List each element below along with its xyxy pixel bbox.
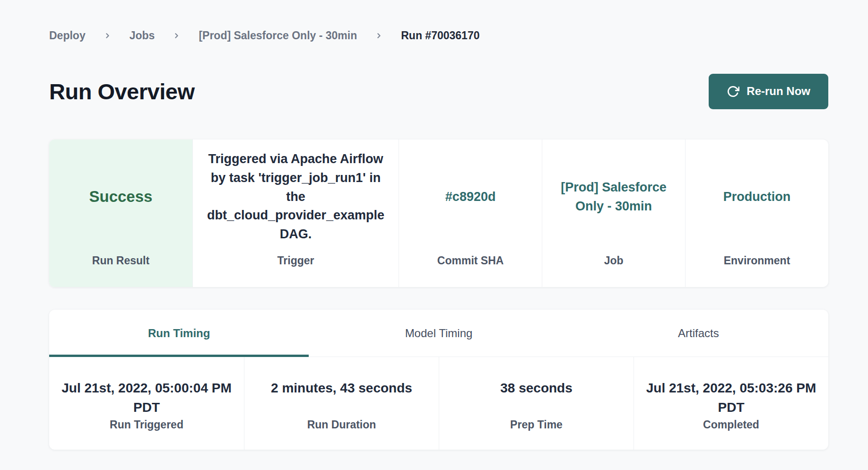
job-label: Job <box>604 254 624 287</box>
prep-time-value: 38 seconds <box>450 379 623 418</box>
breadcrumb: Deploy Jobs [Prod] Salesforce Only - 30m… <box>49 0 828 42</box>
breadcrumb-item-jobs[interactable]: Jobs <box>130 29 155 42</box>
trigger-cell: Triggered via Apache Airflow by task 'tr… <box>192 139 399 287</box>
environment-cell: Production Environment <box>685 139 828 287</box>
run-duration-value: 2 minutes, 43 seconds <box>255 379 428 418</box>
run-timing-panel: Jul 21st, 2022, 05:00:04 PM PDT Run Trig… <box>49 357 828 450</box>
commit-sha-link[interactable]: #c8920d <box>445 139 496 254</box>
tab-artifacts[interactable]: Artifacts <box>569 310 828 357</box>
chevron-right-icon <box>375 32 383 40</box>
tab-model-timing[interactable]: Model Timing <box>309 310 568 357</box>
breadcrumb-current-run: Run #70036170 <box>401 29 479 42</box>
completed-value: Jul 21st, 2022, 05:03:26 PM PDT <box>644 379 818 418</box>
run-result-cell: Success Run Result <box>49 139 192 287</box>
run-triggered-value: Jul 21st, 2022, 05:00:04 PM PDT <box>60 379 234 418</box>
rerun-now-button[interactable]: Re-run Now <box>709 74 828 109</box>
completed-cell: Jul 21st, 2022, 05:03:26 PM PDT Complete… <box>634 357 828 450</box>
chevron-right-icon <box>104 32 112 40</box>
run-result-value: Success <box>89 139 153 254</box>
tab-run-timing[interactable]: Run Timing <box>49 310 309 357</box>
job-cell: [Prod] Salesforce Only - 30min Job <box>542 139 685 287</box>
refresh-icon <box>727 85 739 98</box>
trigger-label: Trigger <box>278 254 314 287</box>
timing-card: Run Timing Model Timing Artifacts Jul 21… <box>49 310 828 450</box>
commit-sha-cell: #c8920d Commit SHA <box>399 139 542 287</box>
run-overview-page: Deploy Jobs [Prod] Salesforce Only - 30m… <box>0 0 868 450</box>
run-triggered-label: Run Triggered <box>60 418 234 431</box>
trigger-value: Triggered via Apache Airflow by task 'tr… <box>204 139 387 254</box>
environment-label: Environment <box>724 254 790 287</box>
run-triggered-cell: Jul 21st, 2022, 05:00:04 PM PDT Run Trig… <box>49 357 244 450</box>
page-header: Run Overview Re-run Now <box>49 73 828 109</box>
prep-time-label: Prep Time <box>450 418 623 431</box>
run-duration-label: Run Duration <box>255 418 428 431</box>
run-duration-cell: 2 minutes, 43 seconds Run Duration <box>244 357 439 450</box>
run-summary-card: Success Run Result Triggered via Apache … <box>49 139 828 287</box>
rerun-now-label: Re-run Now <box>746 85 810 98</box>
breadcrumb-item-deploy[interactable]: Deploy <box>49 29 86 42</box>
breadcrumb-item-job-name[interactable]: [Prod] Salesforce Only - 30min <box>199 29 357 42</box>
job-link[interactable]: [Prod] Salesforce Only - 30min <box>554 139 674 254</box>
chevron-right-icon <box>173 32 181 40</box>
tab-bar: Run Timing Model Timing Artifacts <box>49 310 828 357</box>
page-title: Run Overview <box>49 78 194 104</box>
prep-time-cell: 38 seconds Prep Time <box>439 357 634 450</box>
completed-label: Completed <box>644 418 818 431</box>
run-result-label: Run Result <box>92 254 149 287</box>
commit-sha-label: Commit SHA <box>437 254 504 287</box>
environment-link[interactable]: Production <box>723 139 791 254</box>
